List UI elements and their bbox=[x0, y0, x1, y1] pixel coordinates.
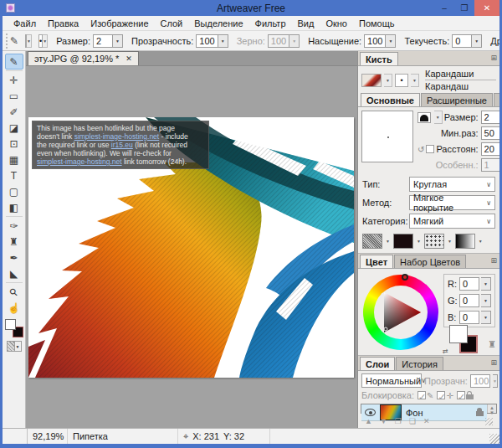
brush-size-input[interactable]: 2 bbox=[481, 111, 501, 124]
stamp-icon[interactable]: ♜ bbox=[488, 339, 496, 350]
menu-file[interactable]: Файл bbox=[8, 16, 42, 31]
swap-colors-icon[interactable]: ⇄ bbox=[443, 348, 448, 355]
tab-history[interactable]: История bbox=[396, 357, 443, 370]
window-resize-grip[interactable] bbox=[489, 434, 499, 444]
tab-brush[interactable]: Кисть bbox=[360, 52, 398, 65]
fill-tool[interactable]: ◣ bbox=[5, 265, 23, 281]
dark-texture-arrow-icon[interactable]: ▼ bbox=[417, 239, 421, 244]
layer-visibility-eye-icon[interactable] bbox=[365, 409, 376, 416]
red-input[interactable]: 0 bbox=[459, 277, 479, 291]
gradient-texture-swatch[interactable] bbox=[455, 234, 475, 249]
menu-window[interactable]: Окно bbox=[320, 16, 353, 31]
watermark-link[interactable]: ir15.eu bbox=[111, 141, 133, 149]
document-close-icon[interactable]: ✕ bbox=[126, 54, 132, 63]
brush-method-select[interactable]: Мягкое покрытие ∨ bbox=[409, 195, 495, 210]
spacing-checkbox[interactable] bbox=[426, 145, 434, 153]
noise-texture-arrow-icon[interactable]: ▼ bbox=[386, 239, 390, 244]
brush-subcategory-select[interactable]: Мягкий ∨ bbox=[409, 214, 495, 229]
lock-all-checkbox[interactable]: ✓ bbox=[457, 391, 465, 399]
brush-tip-shape-button[interactable] bbox=[417, 112, 431, 123]
eyedropper-tool[interactable]: ✒ bbox=[5, 250, 23, 265]
red-dropdown-icon[interactable]: ▼ bbox=[481, 277, 491, 291]
brush-variant-arrow-icon[interactable]: ▼ bbox=[411, 74, 419, 87]
noise-texture-swatch[interactable] bbox=[362, 234, 382, 249]
text-tool[interactable]: T bbox=[5, 167, 23, 183]
flow-dropdown-icon[interactable]: ▼ bbox=[472, 34, 482, 48]
opacity-input[interactable]: 100 bbox=[196, 34, 218, 48]
menu-help[interactable]: Помощь bbox=[353, 16, 401, 31]
menu-edit[interactable]: Правка bbox=[42, 16, 85, 31]
green-input[interactable]: 0 bbox=[459, 294, 479, 307]
menu-filter[interactable]: Фильтр bbox=[249, 16, 292, 31]
panel-menu-icon[interactable]: ⊞ bbox=[490, 54, 497, 62]
saturation-dropdown-icon[interactable]: ▼ bbox=[386, 34, 396, 48]
blue-dropdown-icon[interactable]: ▼ bbox=[481, 311, 491, 324]
canvas-workspace[interactable]: This image has been hotlinked but the pa… bbox=[26, 66, 357, 428]
menu-view[interactable]: Вид bbox=[292, 16, 320, 31]
blue-input[interactable]: 0 bbox=[459, 311, 479, 324]
spacing-reset-icon[interactable]: ↺ bbox=[417, 145, 424, 154]
stamp-tool[interactable]: ♜ bbox=[5, 234, 23, 250]
brush-tool[interactable]: ✎ bbox=[5, 54, 23, 70]
menu-layer[interactable]: Слой bbox=[155, 16, 189, 31]
gradient-texture-arrow-icon[interactable]: ▼ bbox=[479, 239, 483, 244]
tip-arrow-icon[interactable]: ▼ bbox=[434, 111, 443, 124]
lock-paint-checkbox[interactable]: ✓ bbox=[417, 391, 426, 399]
flow-input[interactable]: 0 bbox=[452, 34, 472, 48]
panel-foreground-swatch[interactable] bbox=[449, 325, 468, 343]
crop-tool[interactable]: ⊡ bbox=[5, 136, 23, 152]
size-input[interactable]: 2 bbox=[93, 34, 113, 48]
saturation-triangle[interactable] bbox=[374, 286, 428, 339]
maximize-button[interactable]: ❐ bbox=[454, 0, 474, 16]
halftone-texture-swatch[interactable] bbox=[424, 234, 444, 249]
brush-tip-arrow-icon[interactable]: ▼ bbox=[43, 34, 48, 48]
watermark-link[interactable]: simplest-image-hosting.net bbox=[37, 157, 122, 166]
pattern-selector-button[interactable]: ▼ bbox=[7, 341, 22, 352]
tab-color[interactable]: Цвет bbox=[360, 255, 393, 268]
panel-menu-icon[interactable]: ⊞ bbox=[490, 358, 497, 367]
tab-layers[interactable]: Слои bbox=[360, 357, 395, 370]
move-tool[interactable]: ✛ bbox=[5, 72, 23, 88]
delete-layer-button[interactable]: ✕ bbox=[423, 417, 430, 425]
eraser-tool[interactable]: ◪ bbox=[5, 120, 23, 136]
menu-image[interactable]: Изображение bbox=[85, 16, 154, 31]
select-tool[interactable]: ▭ bbox=[5, 88, 23, 104]
hand-tool[interactable]: ☝ bbox=[5, 300, 23, 316]
pattern-dropdown-icon[interactable]: ▼ bbox=[14, 342, 21, 351]
minimize-button[interactable]: – bbox=[434, 0, 454, 16]
tab-color-set[interactable]: Набор Цветов bbox=[394, 255, 466, 268]
min-size-input[interactable]: 50 bbox=[481, 126, 501, 140]
halftone-texture-arrow-icon[interactable]: ▼ bbox=[448, 239, 452, 244]
shape-tool[interactable]: ▢ bbox=[5, 183, 23, 199]
brush-type-select[interactable]: Круглая ∨ bbox=[409, 177, 495, 192]
size-dropdown-icon[interactable]: ▼ bbox=[113, 34, 123, 48]
pencil-tool[interactable]: ✐ bbox=[5, 104, 23, 120]
color-wheel[interactable] bbox=[363, 275, 438, 350]
foreground-background-swatches[interactable] bbox=[5, 319, 23, 337]
lock-position-checkbox[interactable]: ✓ bbox=[437, 391, 445, 399]
saturation-input[interactable]: 100 bbox=[364, 34, 386, 48]
duplicate-layer-button[interactable]: ❐ bbox=[395, 417, 402, 425]
blend-mode-select[interactable]: Нормальный ∨ bbox=[361, 373, 422, 388]
hue-marker[interactable] bbox=[402, 274, 408, 281]
watermark-link[interactable]: simplest-image-hosting.net bbox=[74, 132, 160, 141]
panel-color-swatches[interactable]: ⇄ bbox=[449, 325, 478, 353]
brush-category-arrow-icon[interactable]: ▼ bbox=[384, 74, 392, 87]
panel-resize-grip[interactable] bbox=[485, 418, 493, 425]
move-layer-up-button[interactable]: ▲ bbox=[365, 417, 372, 425]
pattern-tool[interactable]: ▦ bbox=[5, 152, 23, 167]
toolbar-grip[interactable] bbox=[6, 33, 8, 49]
green-dropdown-icon[interactable]: ▼ bbox=[481, 294, 491, 307]
zoom-tool[interactable]: ⚲ bbox=[5, 284, 23, 300]
brush-preset-arrow-icon[interactable]: ▼ bbox=[27, 34, 32, 48]
layer-list-scrollbar[interactable]: ▲ ▼ bbox=[487, 404, 496, 413]
move-layer-down-button[interactable]: ▼ bbox=[380, 417, 387, 425]
brush-category-button[interactable] bbox=[361, 74, 382, 87]
tab-basic[interactable]: Основные bbox=[361, 93, 420, 106]
close-button[interactable]: ✕ bbox=[474, 0, 499, 16]
foreground-color-swatch[interactable] bbox=[5, 319, 16, 330]
menu-selection[interactable]: Выделение bbox=[188, 16, 248, 31]
dark-texture-swatch[interactable] bbox=[393, 234, 413, 249]
opacity-dropdown-icon[interactable]: ▼ bbox=[218, 34, 228, 48]
canvas-image[interactable]: This image has been hotlinked but the pa… bbox=[28, 117, 354, 378]
